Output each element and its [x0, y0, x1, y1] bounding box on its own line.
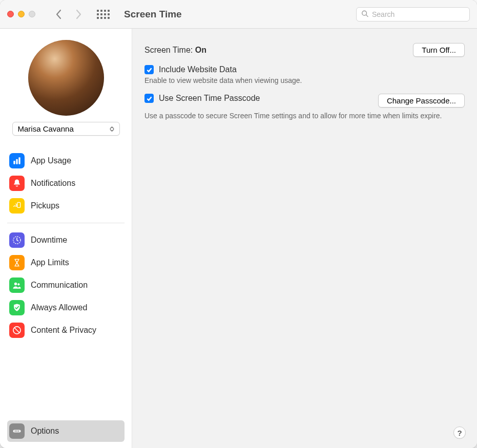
- svg-rect-5: [17, 202, 20, 207]
- options-label: Options: [31, 426, 59, 436]
- close-button[interactable]: [7, 11, 14, 17]
- nav-separator: [7, 223, 125, 223]
- back-button[interactable]: [54, 9, 64, 19]
- sidebar-item-label: Always Allowed: [31, 303, 87, 312]
- main-panel: Screen Time: On Turn Off... Include Webs…: [132, 29, 477, 448]
- search-wrap: [356, 7, 470, 22]
- svg-point-12: [15, 431, 16, 432]
- search-input[interactable]: [356, 7, 470, 22]
- user-select[interactable]: Marisa Cavanna: [12, 122, 120, 136]
- sidebar-item-downtime[interactable]: Downtime: [7, 229, 125, 251]
- help-button[interactable]: ?: [453, 426, 466, 439]
- window: Screen Time Marisa Cavanna App UsageNoti…: [0, 0, 477, 448]
- sidebar-item-communication[interactable]: Communication: [7, 274, 125, 296]
- pickups-icon: [9, 198, 25, 214]
- include-website-data-label: Include Website Data: [159, 65, 237, 74]
- svg-rect-3: [16, 159, 17, 164]
- use-passcode-row: Use Screen Time Passcode: [144, 94, 372, 103]
- sidebar-item-options[interactable]: Options: [7, 420, 125, 442]
- sidebar-item-pickups[interactable]: Pickups: [7, 195, 125, 217]
- sidebar-item-always-allowed[interactable]: Always Allowed: [7, 297, 125, 318]
- use-passcode-label: Use Screen Time Passcode: [159, 94, 260, 103]
- sidebar-item-label: App Limits: [31, 258, 69, 267]
- include-website-data-checkbox[interactable]: [144, 65, 154, 74]
- no-entry-icon: [9, 323, 25, 338]
- svg-point-7: [14, 283, 17, 285]
- sidebar-item-app-usage[interactable]: App Usage: [7, 150, 125, 172]
- hourglass-icon: [9, 255, 25, 270]
- window-title: Screen Time: [124, 9, 182, 20]
- sidebar-item-content-privacy[interactable]: Content & Privacy: [7, 319, 125, 341]
- minimize-button[interactable]: [18, 11, 25, 17]
- clock-icon: [9, 232, 25, 248]
- svg-point-14: [18, 431, 19, 432]
- search-icon: [361, 10, 368, 18]
- sidebar-item-label: Communication: [31, 281, 88, 290]
- sidebar-item-label: Pickups: [31, 201, 59, 210]
- fullscreen-button[interactable]: [29, 11, 35, 17]
- sidebar-item-label: App Usage: [31, 156, 71, 165]
- nav-arrows: [54, 9, 84, 19]
- show-all-prefs-button[interactable]: [97, 10, 110, 19]
- svg-line-1: [366, 15, 368, 17]
- sidebar-item-label: Content & Privacy: [31, 326, 96, 335]
- include-website-data-row: Include Website Data: [144, 65, 465, 74]
- user-name: Marisa Cavanna: [18, 124, 74, 133]
- sidebar-item-app-limits[interactable]: App Limits: [7, 252, 125, 273]
- nav-list: App UsageNotificationsPickupsDowntimeApp…: [7, 150, 125, 341]
- svg-point-8: [17, 283, 19, 285]
- sidebar: Marisa Cavanna App UsageNotificationsPic…: [0, 29, 132, 448]
- use-passcode-checkbox[interactable]: [144, 94, 154, 103]
- use-passcode-desc: Use a passcode to secure Screen Time set…: [144, 112, 465, 120]
- people-icon: [9, 278, 25, 293]
- status-label: Screen Time: On: [144, 46, 206, 55]
- svg-rect-2: [13, 161, 15, 164]
- chevron-updown-icon: [109, 126, 115, 132]
- sidebar-item-label: Downtime: [31, 236, 67, 245]
- user-avatar[interactable]: [28, 40, 104, 116]
- body: Marisa Cavanna App UsageNotificationsPic…: [0, 29, 477, 448]
- check-shield-icon: [9, 300, 25, 315]
- bar-chart-icon: [9, 153, 25, 168]
- options-icon: [9, 423, 25, 439]
- sidebar-item-label: Notifications: [31, 179, 75, 188]
- include-website-data-desc: Enable to view website data when viewing…: [144, 76, 465, 84]
- svg-point-13: [16, 431, 17, 432]
- svg-rect-4: [18, 157, 20, 164]
- svg-line-10: [14, 328, 19, 333]
- traffic-lights: [7, 11, 35, 17]
- forward-button[interactable]: [73, 9, 84, 19]
- titlebar: Screen Time: [0, 0, 477, 29]
- turn-off-button[interactable]: Turn Off...: [413, 43, 465, 57]
- change-passcode-button[interactable]: Change Passcode...: [378, 94, 465, 108]
- bell-icon: [9, 176, 25, 191]
- sidebar-item-notifications[interactable]: Notifications: [7, 173, 125, 194]
